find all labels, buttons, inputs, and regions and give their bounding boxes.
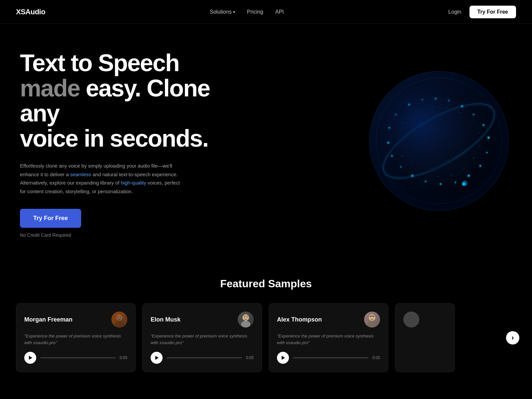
orb-inner	[369, 71, 509, 211]
sample-quote-1: "Experience the power of premium voice s…	[24, 333, 127, 346]
play-button-2[interactable]	[151, 352, 163, 364]
svg-point-51	[244, 317, 245, 318]
logo: XSAudio	[16, 8, 45, 16]
hero-visual	[359, 61, 519, 221]
progress-bar-3[interactable]	[293, 357, 368, 358]
login-link[interactable]: Login	[448, 9, 461, 15]
play-button-1[interactable]	[24, 352, 36, 364]
sample-card-alex-thompson: Alex Thompson "Experience the	[269, 303, 388, 372]
hero-try-free-button[interactable]: Try For Free	[20, 209, 81, 228]
hero-no-credit: No Credit Card Required	[20, 232, 213, 238]
sample-name-1: Morgan Freeman	[24, 316, 72, 323]
hero-title: Text to Speech made easy. Clone anyvoice…	[20, 51, 213, 151]
nav-links: Solutions ▾ Pricing API	[210, 9, 284, 15]
avatar-elon-musk	[238, 312, 254, 328]
hero-title-text1: Text to Speech	[20, 50, 179, 76]
svg-point-50	[243, 315, 249, 321]
nav-api[interactable]: API	[275, 9, 284, 15]
avatar-image-2	[238, 312, 254, 328]
navbar: XSAudio Solutions ▾ Pricing API Login Tr…	[0, 0, 532, 24]
time-label-1: 0:05	[120, 355, 127, 360]
sample-quote-2: "Experience the power of premium voice s…	[151, 333, 254, 346]
hero-section: Text to Speech made easy. Clone anyvoice…	[0, 24, 532, 258]
hero-title-highlight: made	[20, 75, 80, 101]
sample-card-morgan-freeman: Morgan Freeman "Experience the power of …	[16, 303, 136, 372]
svg-point-49	[241, 321, 250, 328]
hero-link-seamless: seamless	[70, 172, 91, 177]
svg-point-46	[118, 317, 119, 318]
hero-link-high-quality: high-quality	[121, 180, 146, 186]
progress-bar-2[interactable]	[167, 357, 242, 358]
sample-card-partial	[395, 303, 455, 372]
nav-pricing[interactable]: Pricing	[247, 9, 263, 15]
audio-player-2: 0:05	[151, 352, 254, 364]
orb-svg	[369, 71, 508, 210]
play-button-3[interactable]	[277, 352, 289, 364]
samples-row: Morgan Freeman "Experience the power of …	[16, 303, 516, 372]
avatar-partial	[403, 312, 419, 328]
sample-header-1: Morgan Freeman	[24, 312, 127, 328]
chevron-down-icon: ▾	[233, 10, 235, 14]
avatar-morgan-freeman	[111, 312, 127, 328]
svg-point-52	[247, 317, 248, 318]
nav-right: Login Try For Free	[448, 6, 516, 18]
featured-section: Featured Samples Morgan Freeman	[0, 258, 532, 385]
sample-header-2: Elon Musk	[151, 312, 254, 328]
featured-title: Featured Samples	[16, 278, 516, 290]
svg-point-54	[367, 321, 377, 328]
progress-bar-1[interactable]	[40, 357, 116, 358]
sample-quote-3: "Experience the power of premium voice s…	[277, 333, 380, 346]
svg-point-55	[369, 315, 375, 321]
key-features-section: Key Features	[0, 385, 532, 399]
avatar-image-3	[364, 312, 380, 328]
svg-point-44	[115, 321, 124, 328]
nav-try-free-button[interactable]: Try For Free	[469, 6, 516, 18]
orb	[369, 71, 509, 211]
sample-card-elon-musk: Elon Musk "Experience the powe	[142, 303, 262, 372]
audio-player-1: 0:05	[24, 352, 127, 364]
svg-point-45	[116, 315, 122, 321]
samples-container: Morgan Freeman "Experience the power of …	[16, 303, 516, 372]
svg-point-42	[378, 80, 500, 202]
hero-description: Effortlessly clone any voice by simply u…	[20, 162, 186, 196]
avatar-alex-thompson	[364, 312, 380, 328]
nav-solutions[interactable]: Solutions ▾	[210, 9, 235, 15]
time-label-3: 0:05	[372, 355, 380, 360]
sample-header-3: Alex Thompson	[277, 312, 380, 328]
time-label-2: 0:05	[246, 355, 254, 360]
sample-name-2: Elon Musk	[151, 316, 181, 323]
audio-player-3: 0:05	[277, 352, 380, 364]
avatar-image-1	[111, 312, 127, 328]
svg-point-47	[120, 317, 121, 318]
sample-name-3: Alex Thompson	[277, 316, 322, 323]
hero-content: Text to Speech made easy. Clone anyvoice…	[20, 51, 213, 238]
next-button[interactable]	[506, 331, 519, 344]
